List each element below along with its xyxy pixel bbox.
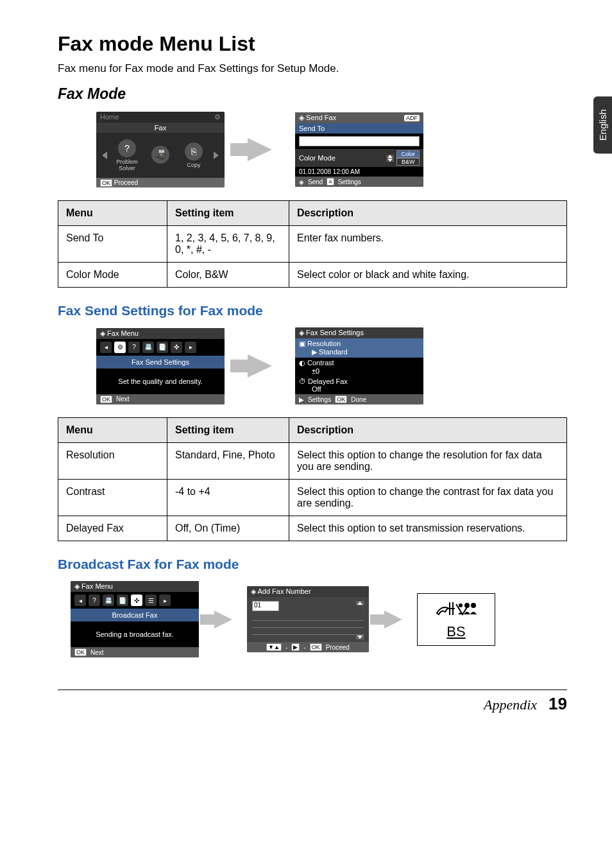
tab-icon[interactable]: 📇	[142, 342, 154, 353]
tab-icon[interactable]: ☰	[145, 595, 157, 606]
faxmenu-hint: Set the quality and density.	[96, 369, 225, 394]
done-label: Done	[351, 396, 366, 403]
tab-icon[interactable]: ▸	[159, 595, 171, 606]
setting-resolution[interactable]: ▣ Resolution ▶ Standard	[295, 338, 423, 358]
sendfax-title: ◈ Send Fax	[299, 114, 336, 122]
datetime-label: 01.01.2008 12:00 AM	[295, 167, 423, 177]
icon-row: ◂ ? 📇 📑 ✜ ☰ ▸	[71, 592, 199, 609]
home-label: Home	[100, 113, 119, 121]
tab-icon-active[interactable]: ⚙	[114, 342, 126, 353]
tab-icon-active[interactable]: ✜	[131, 595, 142, 606]
tab-icon[interactable]: ▸	[185, 342, 196, 353]
problem-solver-label: Problem Solver	[114, 159, 140, 171]
proceed-label: Proceed	[114, 179, 138, 186]
fax-mode-table: Menu Setting item Description Send To 1,…	[58, 200, 567, 288]
tab-icon[interactable]: ◂	[74, 595, 86, 606]
table-row: Send To 1, 2, 3, 4, 5, 6, 7, 8, 9, 0, *,…	[58, 226, 567, 263]
help-icon[interactable]: ?	[118, 139, 136, 157]
faxmenu-label: Fax Send Settings	[96, 356, 225, 369]
color-mode-label: Color Mode	[299, 154, 336, 162]
ok-key-icon: OK	[310, 643, 322, 651]
right-key-icon: ▶	[291, 643, 300, 651]
ok-key-icon: OK	[100, 179, 112, 187]
send-label: Send	[308, 178, 323, 186]
broadcast-hint: Sending a broadcast fax.	[71, 621, 199, 647]
copy-icon[interactable]: ⎘	[185, 143, 203, 161]
tab-icon[interactable]: ◂	[100, 342, 112, 353]
phonebook-glyph-icon	[434, 599, 479, 622]
adf-badge: ADF	[404, 115, 420, 121]
lcd-send-settings: ◈ Fax Send Settings ▣ Resolution ▶ Stand…	[295, 327, 423, 404]
tab-icon[interactable]: 📇	[103, 595, 114, 606]
color-mode-select[interactable]: Color B&W	[396, 150, 420, 166]
table-header: Setting item	[167, 418, 289, 443]
arrow-icon	[384, 611, 402, 629]
table-row: Delayed Fax Off, On (Time) Select this o…	[58, 516, 567, 541]
tab-icon[interactable]: ?	[128, 342, 140, 353]
setting-delayed[interactable]: ⏱ Delayed Fax Off	[295, 376, 423, 394]
nav-keys-icon: ▼▲	[266, 643, 282, 651]
section-fax-mode: Fax Mode	[58, 85, 567, 103]
down-arrow-icon[interactable]	[386, 159, 394, 162]
fax-number-input[interactable]	[299, 136, 420, 146]
scroll-up-icon[interactable]	[356, 601, 364, 605]
tab-icon[interactable]: ✜	[171, 342, 182, 353]
language-tab: English	[593, 96, 612, 153]
arrow-icon	[214, 611, 232, 629]
arrow-icon	[248, 138, 272, 161]
arrow-icon	[248, 354, 272, 378]
broadcast-label: Broadcast Fax	[71, 609, 199, 621]
footer-appendix: Appendix	[484, 697, 537, 713]
section-send-settings: Fax Send Settings for Fax mode	[58, 303, 567, 318]
lcd-home: Home ⚙ Fax ? Problem Solver 📠 ⎘ Copy	[96, 112, 225, 187]
scroll-down-icon[interactable]	[356, 635, 364, 639]
ok-key-icon: OK	[100, 395, 112, 403]
copy-label: Copy	[180, 162, 207, 168]
speed-dial-icon: BS	[417, 593, 495, 646]
section-broadcast: Broadcast Fax for Fax mode	[58, 557, 567, 572]
lcd-broadcast: ◈ Fax Menu ◂ ? 📇 📑 ✜ ☰ ▸ Broadcast Fax S…	[71, 581, 199, 657]
table-header: Menu	[58, 201, 167, 226]
page-subtitle: Fax menu for Fax mode and Fax Settings f…	[58, 62, 567, 75]
proceed-label: Proceed	[326, 644, 350, 651]
send-settings-table: Menu Setting item Description Resolution…	[58, 417, 567, 541]
table-row: Resolution Standard, Fine, Photo Select …	[58, 443, 567, 480]
icon-row: ◂ ⚙ ? 📇 📑 ✜ ▸	[96, 339, 225, 356]
svg-point-3	[459, 603, 463, 607]
setting-contrast[interactable]: ◐ Contrast ±0	[295, 358, 423, 376]
addfax-title: ◈ Add Fax Number	[251, 587, 311, 596]
home-fax-tab[interactable]: Fax	[96, 123, 225, 133]
network-icon: ⚙	[214, 113, 221, 121]
fax-entry-input[interactable]: 01	[252, 601, 279, 611]
table-row: Contrast -4 to +4 Select this option to …	[58, 480, 567, 516]
nav-left-icon[interactable]	[102, 152, 107, 159]
bw-option[interactable]: B&W	[396, 158, 420, 166]
page-title: Fax mode Menu List	[58, 32, 567, 56]
lcd-fax-menu: ◈ Fax Menu ◂ ⚙ ? 📇 📑 ✜ ▸ Fax Send Settin…	[96, 328, 225, 404]
fax-icon[interactable]: 📠	[151, 146, 169, 164]
tab-icon[interactable]: 📑	[157, 342, 168, 353]
footer-page-number: 19	[548, 694, 567, 714]
table-header: Description	[289, 418, 567, 443]
svg-point-4	[464, 603, 470, 608]
next-label: Next	[116, 395, 130, 403]
ok-key-icon: OK	[74, 648, 87, 656]
table-row: Color Mode Color, B&W Select color or bl…	[58, 263, 567, 288]
diamond-icon: ◈	[299, 178, 304, 186]
send-to-header: Send To	[295, 123, 423, 134]
settings-label: Settings	[338, 178, 361, 186]
table-header: Description	[289, 201, 567, 226]
sendsettings-title: ◈ Fax Send Settings	[299, 329, 364, 337]
up-arrow-icon[interactable]	[386, 155, 394, 158]
menu-key-icon: ≡	[327, 178, 334, 186]
tab-icon[interactable]: 📑	[117, 595, 128, 606]
color-option[interactable]: Color	[396, 150, 420, 158]
lcd-add-fax: ◈ Add Fax Number 01 ▼▲ - ▶ - OK Proceed	[247, 586, 369, 652]
ok-key-icon: OK	[335, 395, 347, 403]
nav-right-icon[interactable]	[214, 152, 219, 159]
tab-icon[interactable]: ?	[89, 595, 100, 606]
lcd-send-fax: ◈ Send Fax ADF Send To Color Mode Color …	[295, 112, 423, 187]
table-header: Setting item	[167, 201, 289, 226]
faxmenu-title: ◈ Fax Menu	[100, 329, 139, 338]
broadcast-title: ◈ Fax Menu	[74, 582, 113, 591]
